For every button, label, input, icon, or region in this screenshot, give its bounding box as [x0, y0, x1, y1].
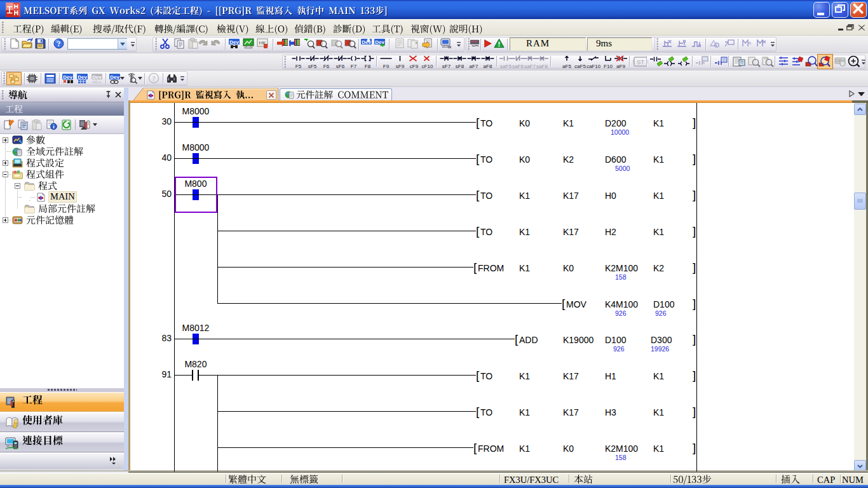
svg-text:sF9: sF9 [396, 64, 405, 69]
svg-text:saF8: saF8 [536, 64, 548, 69]
svg-text:n: n [749, 41, 751, 45]
svg-text:saF5: saF5 [500, 64, 512, 69]
svg-text:cF9: cF9 [410, 64, 419, 69]
svg-text:F5: F5 [295, 64, 302, 69]
svg-text:F10: F10 [604, 64, 613, 69]
svg-text:F9: F9 [383, 64, 390, 69]
svg-text:Dev: Dev [63, 74, 72, 80]
svg-text:saF7: saF7 [524, 64, 536, 69]
svg-text:sF7: sF7 [442, 64, 451, 69]
svg-text:aF8: aF8 [484, 64, 492, 69]
svg-text:aF5: aF5 [562, 64, 571, 69]
svg-text:aF9: aF9 [616, 64, 625, 69]
svg-text:Dev: Dev [78, 74, 87, 80]
svg-text:aF7: aF7 [470, 64, 478, 69]
svg-text:saF6: saF6 [512, 64, 524, 69]
svg-text:Dev: Dev [229, 39, 239, 45]
svg-text:sF8: sF8 [456, 64, 465, 69]
svg-text:Dev: Dev [110, 74, 119, 80]
svg-text:caF10: caF10 [587, 64, 600, 69]
svg-text:caF5: caF5 [574, 64, 586, 69]
svg-text:?: ? [57, 39, 61, 48]
svg-text:F6: F6 [323, 64, 330, 69]
svg-text:F8: F8 [365, 64, 371, 69]
svg-text:cF10: cF10 [422, 64, 433, 69]
svg-text:ST: ST [637, 59, 644, 65]
svg-text:Dev: Dev [375, 39, 384, 45]
svg-text:CC-L: CC-L [92, 80, 102, 84]
svg-text:sF5: sF5 [308, 64, 317, 69]
svg-text:?: ? [152, 74, 156, 82]
svg-text:sF6: sF6 [336, 64, 345, 69]
svg-text:F7: F7 [351, 64, 357, 69]
svg-text:Dev: Dev [92, 74, 102, 80]
